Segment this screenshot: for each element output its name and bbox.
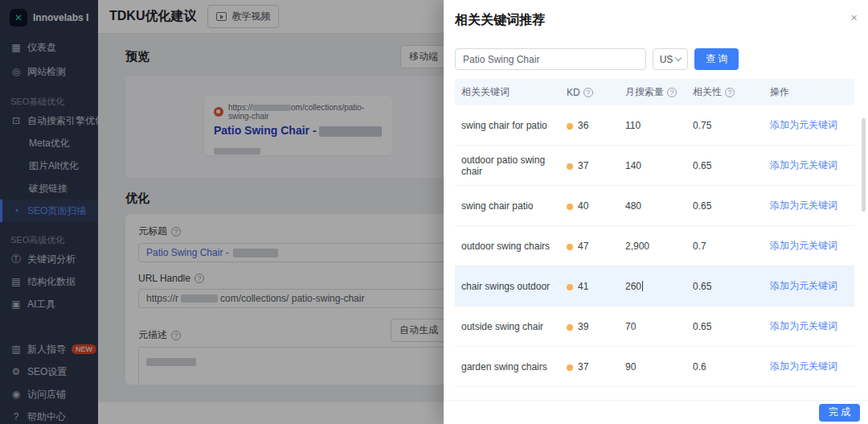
volume-cell: 260 [625, 281, 693, 292]
kd-cell: 39 [567, 321, 625, 332]
text-cursor [642, 281, 643, 291]
kd-cell: 40 [567, 200, 625, 212]
kd-dot-icon [567, 284, 573, 290]
kd-dot-icon [567, 364, 573, 371]
col-action: 操作 [770, 85, 854, 99]
kd-dot-icon [567, 123, 573, 130]
volume-cell: 70 [625, 321, 693, 332]
keyword-cell: swing chair for patio [461, 120, 567, 131]
col-volume: 月搜索量 [625, 85, 664, 99]
add-meta-keyword-link[interactable]: 添加为元关键词 [770, 360, 854, 373]
help-circle-icon[interactable] [725, 88, 735, 97]
keyword-cell: outdoor patio swing chair [461, 154, 567, 177]
keyword-search-input[interactable]: Patio Swing Chair [455, 48, 646, 70]
keyword-cell: outdoor swing chairs [461, 241, 567, 252]
volume-cell: 2,900 [625, 241, 693, 252]
keyword-cell: chair swings outdoor [461, 281, 567, 292]
kd-cell: 36 [567, 120, 625, 131]
table-header-row: 相关关键词 KD 月搜索量 相关性 操作 [455, 79, 854, 105]
keyword-table: 相关关键词 KD 月搜索量 相关性 操作 swing chair for pat… [455, 79, 854, 399]
help-circle-icon[interactable] [667, 88, 677, 97]
volume-cell: 480 [625, 200, 693, 212]
kd-dot-icon [567, 204, 573, 210]
table-row: garden swing chairs 37 90 0.6 添加为元关键词 [455, 347, 854, 387]
col-keyword: 相关关键词 [461, 85, 567, 99]
kd-cell: 41 [567, 281, 625, 292]
volume-cell: 140 [625, 160, 693, 171]
relevance-cell: 0.7 [693, 241, 770, 252]
chevron-down-icon [675, 55, 682, 61]
kd-dot-icon [567, 324, 573, 331]
scrollbar-thumb[interactable] [862, 118, 866, 212]
col-relevance: 相关性 [693, 85, 722, 99]
relevance-cell: 0.65 [693, 200, 770, 212]
relevance-cell: 0.65 [693, 160, 770, 171]
add-meta-keyword-link[interactable]: 添加为元关键词 [770, 279, 854, 293]
relevance-cell: 0.75 [693, 120, 770, 131]
keyword-cell: outside swing chair [461, 321, 567, 332]
relevance-cell: 0.65 [693, 281, 770, 292]
kd-cell: 37 [567, 361, 625, 373]
kd-cell: 47 [567, 241, 625, 252]
relevance-cell: 0.65 [693, 321, 770, 332]
region-select[interactable]: US [653, 48, 688, 70]
relevance-cell: 0.6 [693, 361, 770, 373]
table-row: swing chair for patio 36 110 0.75 添加为元关键… [455, 105, 854, 146]
add-meta-keyword-link[interactable]: 添加为元关键词 [770, 158, 854, 172]
table-row: outdoor swing chairs 47 2,900 0.7 添加为元关键… [455, 226, 854, 266]
help-circle-icon[interactable] [583, 88, 593, 97]
volume-cell: 110 [625, 120, 693, 131]
app-screen: ✕ Innovelabs Esse ▦ 仪表盘 ◎ 网站检测 SEO基础优化 ⊡… [0, 0, 868, 424]
drawer-footer: 完 成 [444, 400, 868, 424]
keyword-cell: garden swing chairs [461, 361, 567, 373]
done-button[interactable]: 完 成 [819, 404, 860, 422]
kd-dot-icon [567, 244, 573, 250]
add-meta-keyword-link[interactable]: 添加为元关键词 [770, 118, 854, 132]
add-meta-keyword-link[interactable]: 添加为元关键词 [770, 199, 854, 212]
drawer-title: 相关关键词推荐 [455, 11, 855, 29]
keyword-recommend-drawer: 相关关键词推荐 × Patio Swing Chair US 查 询 相关关键词… [444, 0, 868, 424]
close-icon[interactable]: × [850, 11, 858, 24]
table-row-highlighted: chair swings outdoor 41 260 0.65 添加为元关键词 [455, 266, 854, 307]
volume-cell: 90 [625, 361, 693, 373]
col-kd: KD [567, 87, 580, 98]
table-row-partial [455, 387, 854, 399]
keyword-cell: swing chair patio [461, 200, 567, 212]
table-row: swing chair patio 40 480 0.65 添加为元关键词 [455, 186, 854, 226]
table-row: outdoor patio swing chair 37 140 0.65 添加… [455, 146, 854, 186]
add-meta-keyword-link[interactable]: 添加为元关键词 [770, 239, 854, 253]
add-meta-keyword-link[interactable]: 添加为元关键词 [770, 319, 854, 333]
kd-dot-icon [567, 163, 573, 170]
table-row: outside swing chair 39 70 0.65 添加为元关键词 [455, 307, 854, 347]
kd-cell: 37 [567, 160, 625, 171]
query-button[interactable]: 查 询 [694, 48, 739, 70]
